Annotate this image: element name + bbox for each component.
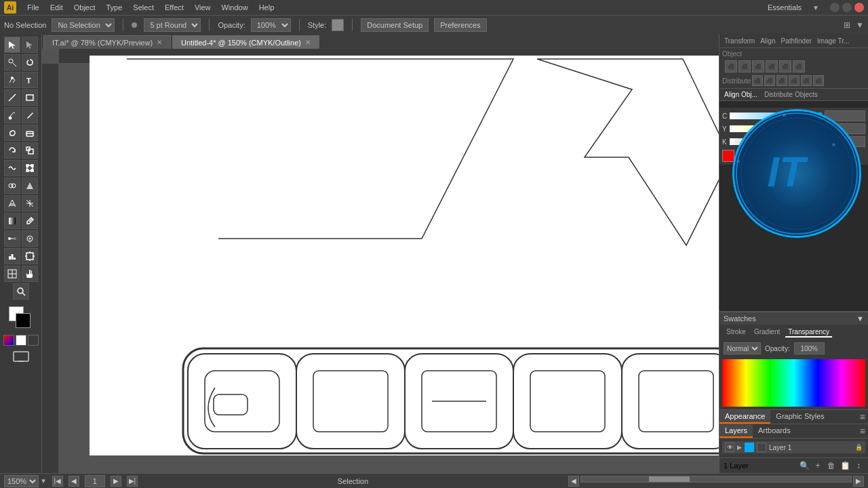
mini-tab-distribute[interactable]: Distribute Objects <box>762 90 820 99</box>
shape-builder-tool[interactable] <box>4 178 20 194</box>
mini-tab-align-obj[interactable]: Align Obj... <box>722 90 760 99</box>
workspace-label[interactable]: Essentials <box>768 3 802 12</box>
opacity-dropdown[interactable]: 100% <box>251 18 291 32</box>
nav-prev-btn[interactable]: ◀ <box>68 476 79 487</box>
transform-tab[interactable]: Transform <box>722 37 757 45</box>
slice-tool[interactable] <box>4 266 20 282</box>
color-swatches-tool[interactable] <box>9 306 33 331</box>
blend-tool[interactable] <box>4 230 20 247</box>
pathfinder-tab[interactable]: Pathfinder <box>778 37 814 45</box>
zoom-select[interactable]: 150% <box>4 475 39 487</box>
scale-tool[interactable] <box>22 142 38 159</box>
color-mode-btn[interactable] <box>3 335 14 346</box>
selection-dropdown[interactable]: No Selection <box>52 18 115 32</box>
column-graph-tool[interactable] <box>4 248 20 264</box>
close-button[interactable] <box>854 3 864 12</box>
search-layer-btn[interactable]: 🔍 <box>799 460 810 471</box>
paintbrush-tool[interactable] <box>4 107 20 123</box>
align-right-btn[interactable]: ⬛ <box>752 60 764 73</box>
type-tool[interactable]: T <box>22 72 38 88</box>
tab-graphic-styles[interactable]: Graphic Styles <box>770 410 830 424</box>
preferences-button[interactable]: Preferences <box>434 18 486 32</box>
menu-type[interactable]: Type <box>106 3 123 12</box>
dist-top-btn[interactable]: ⬛ <box>776 75 787 86</box>
scroll-right-btn[interactable]: ▶ <box>853 476 864 487</box>
menu-help[interactable]: Help <box>259 3 275 12</box>
layer-expand-btn[interactable]: ▶ <box>737 444 742 451</box>
page-input[interactable] <box>85 475 105 487</box>
doc-setup-button[interactable]: Document Setup <box>361 18 429 32</box>
nav-next-btn[interactable]: ▶ <box>111 476 121 487</box>
pencil-tool[interactable] <box>22 107 38 123</box>
screen-mode-btn[interactable] <box>13 351 29 365</box>
stroke-color-box[interactable] <box>16 313 31 328</box>
mesh-tool[interactable] <box>22 195 38 211</box>
fill-swatch[interactable] <box>722 150 734 162</box>
menu-object[interactable]: Object <box>74 3 96 12</box>
stroke-dropdown[interactable]: 5 pt Round <box>144 18 201 32</box>
toolbar-options-icon[interactable]: ▼ <box>856 20 864 30</box>
dist-v-btn[interactable]: ⬛ <box>764 75 775 86</box>
gradient-tab[interactable]: Gradient <box>751 327 783 338</box>
maximize-button[interactable] <box>842 3 852 12</box>
transparency-tab[interactable]: Transparency <box>785 327 832 338</box>
align-top-btn[interactable]: ⬛ <box>766 60 778 73</box>
layers-panel-options[interactable]: ≡ <box>857 424 868 438</box>
menu-effect[interactable]: Effect <box>165 3 184 12</box>
image-trace-tab[interactable]: Image Tr... <box>815 37 851 45</box>
arrange-icon[interactable]: ⊞ <box>844 20 850 30</box>
nav-last-btn[interactable]: ▶| <box>127 476 138 487</box>
scroll-left-btn[interactable]: ◀ <box>568 476 579 487</box>
rotate-tool[interactable] <box>4 142 20 159</box>
tab-appearance[interactable]: Appearance <box>719 410 770 424</box>
scroll-bar-h[interactable] <box>580 476 852 483</box>
menu-view[interactable]: View <box>195 3 211 12</box>
scroll-thumb-h[interactable] <box>649 476 690 482</box>
opacity-input[interactable] <box>794 342 825 354</box>
minimize-button[interactable] <box>830 3 840 12</box>
rect-tool[interactable] <box>22 89 38 106</box>
artboard-tool[interactable] <box>22 248 38 264</box>
menu-window[interactable]: Window <box>222 3 248 12</box>
dist-bottom-btn[interactable]: ⬛ <box>789 75 800 86</box>
menu-file[interactable]: File <box>27 3 39 12</box>
tab-close-untitled[interactable]: ✕ <box>305 39 311 46</box>
black-mode-btn[interactable] <box>28 335 39 346</box>
stroke-tab[interactable]: Stroke <box>724 327 749 338</box>
align-center-v-btn[interactable]: ⬛ <box>779 60 791 73</box>
dist-h-btn[interactable]: ⬛ <box>752 75 763 86</box>
layer-visibility-btn[interactable]: 👁 <box>725 443 734 452</box>
delete-layer-btn[interactable]: 🗑 <box>826 460 837 471</box>
menu-select[interactable]: Select <box>133 3 154 12</box>
workspace-dropdown-icon[interactable]: ▼ <box>812 4 819 12</box>
align-left-btn[interactable]: ⬛ <box>725 60 737 73</box>
dist-right-btn[interactable]: ⬛ <box>813 75 824 86</box>
tab-close-it[interactable]: ✕ <box>157 39 162 46</box>
align-bottom-btn[interactable]: ⬛ <box>793 60 805 73</box>
zoom-dropdown-icon[interactable]: ▼ <box>40 477 47 485</box>
lasso-tool[interactable] <box>22 54 38 70</box>
swatches-expand[interactable]: ▼ <box>856 314 864 323</box>
perspective-grid-tool[interactable] <box>4 195 20 211</box>
panel-options-icon[interactable]: ≡ <box>857 410 868 424</box>
gradient-tool[interactable] <box>4 213 20 229</box>
direct-selection-tool[interactable] <box>22 37 38 53</box>
eyedropper-tool[interactable] <box>22 213 38 229</box>
zoom-tool[interactable] <box>13 283 29 300</box>
menu-edit[interactable]: Edit <box>50 3 63 12</box>
selection-tool[interactable] <box>4 37 20 53</box>
warp-tool[interactable] <box>4 160 20 176</box>
none-mode-btn[interactable] <box>16 335 26 346</box>
align-tab[interactable]: Align <box>758 37 777 45</box>
move-layer-btn[interactable]: ↕ <box>853 460 864 471</box>
pen-tool[interactable] <box>4 72 20 88</box>
blend-mode-select[interactable]: Normal <box>724 342 761 354</box>
layer-name[interactable]: Layer 1 <box>769 444 852 451</box>
tab-it[interactable]: IT.ai* @ 78% (CMYK/Preview) ✕ <box>43 35 171 49</box>
blob-brush-tool[interactable] <box>4 125 20 141</box>
nav-first-btn[interactable]: |◀ <box>52 476 63 487</box>
eraser-tool[interactable] <box>22 125 38 141</box>
tab-artboards[interactable]: Artboards <box>753 424 796 438</box>
hand-tool[interactable] <box>22 266 38 282</box>
magic-wand-tool[interactable] <box>4 54 20 70</box>
